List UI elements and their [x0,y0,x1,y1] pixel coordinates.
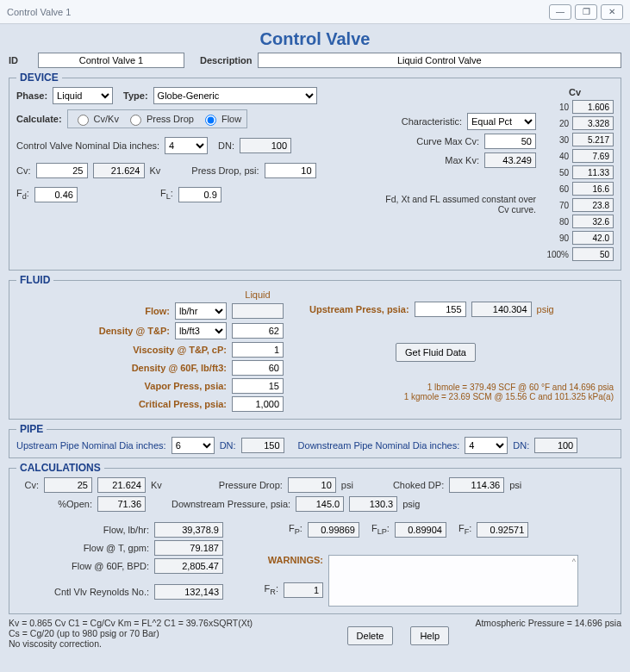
pipe-group: PIPE Upstream Pipe Nominal Dia inches: 6… [9,423,621,458]
maximize-button[interactable]: ❐ [575,4,597,20]
dtp-unit[interactable]: lb/ft3 [175,322,227,339]
close-button[interactable]: ✕ [601,4,623,20]
cv-pct-0: 10 [545,103,569,112]
c-ft-label: Flow @ T, gpm: [84,543,149,553]
c-dp1 [296,496,344,512]
visc-input[interactable] [232,342,284,358]
pressdrop-input[interactable] [265,163,316,178]
c-cv1 [44,477,92,493]
char-select[interactable]: Equal Pct [467,113,536,130]
kv-label: Kv [150,165,161,176]
calc-legend: CALCULATIONS [16,462,104,474]
radio-cvkv[interactable]: Cv/Kv [73,112,119,126]
d60-input[interactable] [232,360,284,376]
cv-pct-9: 100% [545,250,569,259]
c-fp-label: FP: [289,523,303,536]
description-input[interactable] [258,53,621,68]
fl-label: FL: [160,188,173,201]
char-label: Characteristic: [402,116,462,127]
device-note: Fd, Xt and FL assumed constant over Cv c… [372,194,536,215]
window-title: Control Valve 1 [7,7,71,17]
c-rn-input [154,584,223,600]
dtp-input[interactable] [232,323,284,339]
delete-button[interactable]: Delete [347,626,394,645]
phase-label: Phase: [16,90,47,101]
pipe-legend: PIPE [16,423,47,435]
fluid-legend: FLUID [16,274,53,286]
fd-input[interactable] [34,187,78,202]
page-title: Control Valve [9,29,621,49]
type-label: Type: [123,90,148,101]
c-cv-label: Cv: [16,480,39,490]
cv-val-3 [572,149,614,163]
type-select[interactable]: Globe-Generic [153,87,317,104]
cp-input[interactable] [232,396,284,412]
cv-input[interactable] [36,163,88,178]
c-pd-label: Pressure Drop: [219,480,283,490]
flow-label: Flow: [145,306,170,316]
kmax-label: Max Kv: [445,155,479,165]
vp-label: Vapor Press, psia: [145,381,227,391]
c-ff-input [477,522,528,538]
flow-unit[interactable]: lb/hr [175,302,227,320]
c-fp-input [308,522,359,538]
cv-val-2 [572,133,614,146]
nomdia-select[interactable]: 4 [165,137,208,154]
id-input[interactable] [38,53,184,68]
up-input[interactable] [415,302,466,317]
radio-flow[interactable]: Flow [201,112,241,126]
fluid-note1: 1 lbmole = 379.49 SCF @ 60 °F and 14.696… [309,383,614,392]
get-fluid-button[interactable]: Get Fluid Data [396,343,476,362]
c-f60-input [154,558,223,574]
phase-select[interactable]: Liquid [53,87,113,104]
vp-input[interactable] [232,378,284,394]
c-pd-input [288,477,336,493]
cmax-input[interactable] [484,134,536,149]
cv-table-header: Cv [536,87,614,97]
c-pd-unit: psi [341,480,353,490]
c-flp-label: FLP: [371,523,390,536]
c-fl-input [154,522,223,538]
us-label: Upstream Pipe Nominal Dia inches: [16,440,166,451]
nomdia-label: Control Valve Nominal Dia inches: [16,140,159,151]
dn-label: DN: [218,140,234,151]
visc-label: Viscosity @ T&P, cP: [133,345,227,355]
c-f60-label: Flow @ 60F, BPD: [72,561,149,571]
up-ro [471,302,532,317]
c-dp-unit: psig [402,499,420,509]
c-cd-unit: psi [509,480,521,490]
kv-ro [93,163,145,178]
minimize-button[interactable]: — [549,4,571,20]
c-kv-label: Kv [151,480,162,490]
c-fr-label: FR: [265,583,278,596]
radio-pressdrop[interactable]: Press Drop [126,112,194,126]
ds-select[interactable]: 4 [465,437,508,454]
help-button[interactable]: Help [410,626,449,645]
ds-dn-label: DN: [513,440,529,451]
foot-l2: Cs = Cg/20 (up to 980 psig or 70 Bar) [9,628,347,638]
up-label: Upstream Press, psia: [309,304,409,314]
cmax-label: Curve Max Cv: [416,136,479,146]
c-dp2 [349,496,397,512]
foot-l3: No viscosity correction. [9,638,347,649]
dn-input [240,138,291,153]
c-cd-label: Choked DP: [393,480,444,490]
foot-l1: Kv = 0.865 Cv C1 = Cg/Cv Km = FL^2 C1 = … [9,618,347,628]
cv-val-7 [572,215,614,228]
us-dn-input [241,438,284,453]
cv-pct-5: 60 [545,184,569,194]
cv-table: Cv 102030405060708090100% [536,87,614,263]
cv-pct-3: 40 [545,152,569,161]
us-select[interactable]: 6 [172,437,215,454]
cv-val-1 [572,116,614,130]
warnings-box[interactable]: ^ [328,555,578,607]
c-po-input [97,496,146,512]
cv-val-0 [572,100,614,114]
fd-label: Fd: [16,188,29,201]
fl-input[interactable] [178,187,221,202]
us-dn-label: DN: [220,440,236,451]
d60-label: Density @ 60F, lb/ft3: [132,363,227,373]
c-ff-label: FF: [458,523,471,536]
cv-pct-2: 30 [545,135,569,145]
device-group: DEVICE Phase: Liquid Type: Globe-Generic… [9,72,621,271]
